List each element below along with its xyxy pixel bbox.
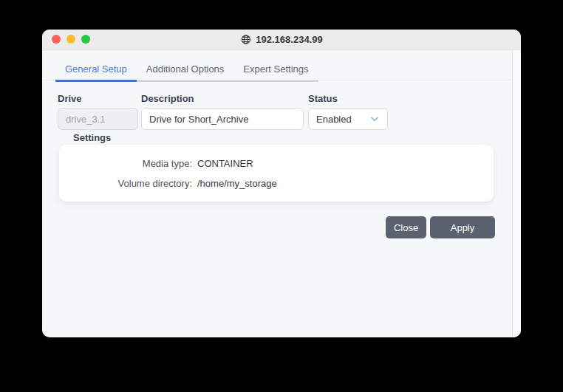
drive-field bbox=[58, 108, 138, 130]
globe-icon bbox=[240, 34, 251, 45]
settings-legend: Settings bbox=[73, 132, 111, 143]
tab-bar: General Setup Additional Options Expert … bbox=[55, 59, 318, 82]
description-label: Description bbox=[141, 93, 194, 104]
scrollbar-gutter[interactable] bbox=[512, 49, 521, 337]
tab-additional-options[interactable]: Additional Options bbox=[137, 59, 234, 82]
close-window-button[interactable] bbox=[52, 35, 61, 44]
drive-label: Drive bbox=[58, 93, 82, 104]
page-content: General Setup Additional Options Expert … bbox=[42, 49, 521, 337]
chevron-down-icon bbox=[369, 114, 380, 124]
window-title: 192.168.234.99 bbox=[256, 34, 322, 45]
volume-directory-row: Volume directory: /home/my_storage bbox=[59, 179, 494, 189]
zoom-window-button[interactable] bbox=[81, 35, 90, 44]
desktop: { "window": { "title": "192.168.234.99" … bbox=[0, 0, 563, 392]
status-label: Status bbox=[308, 93, 338, 104]
tab-general-setup[interactable]: General Setup bbox=[55, 59, 137, 82]
settings-rows: Media type: CONTAINER Volume directory: … bbox=[59, 145, 494, 189]
minimize-window-button[interactable] bbox=[66, 35, 75, 44]
media-type-row: Media type: CONTAINER bbox=[59, 159, 494, 169]
tab-expert-settings[interactable]: Expert Settings bbox=[233, 59, 318, 82]
volume-directory-value: /home/my_storage bbox=[197, 179, 277, 189]
apply-button[interactable]: Apply bbox=[430, 216, 495, 238]
settings-card: Media type: CONTAINER Volume directory: … bbox=[59, 145, 494, 202]
media-type-value: CONTAINER bbox=[197, 159, 253, 169]
media-type-label: Media type: bbox=[59, 159, 192, 169]
traffic-lights bbox=[42, 35, 90, 44]
close-button[interactable]: Close bbox=[386, 216, 426, 238]
status-select[interactable]: Enabled bbox=[308, 108, 388, 130]
status-selected-value: Enabled bbox=[316, 114, 352, 125]
volume-directory-label: Volume directory: bbox=[59, 179, 192, 189]
window-titlebar: 192.168.234.99 bbox=[42, 30, 521, 49]
window-title-group: 192.168.234.99 bbox=[240, 30, 322, 49]
browser-window: 192.168.234.99 General Setup Additional … bbox=[42, 30, 521, 337]
description-field[interactable] bbox=[141, 108, 304, 130]
